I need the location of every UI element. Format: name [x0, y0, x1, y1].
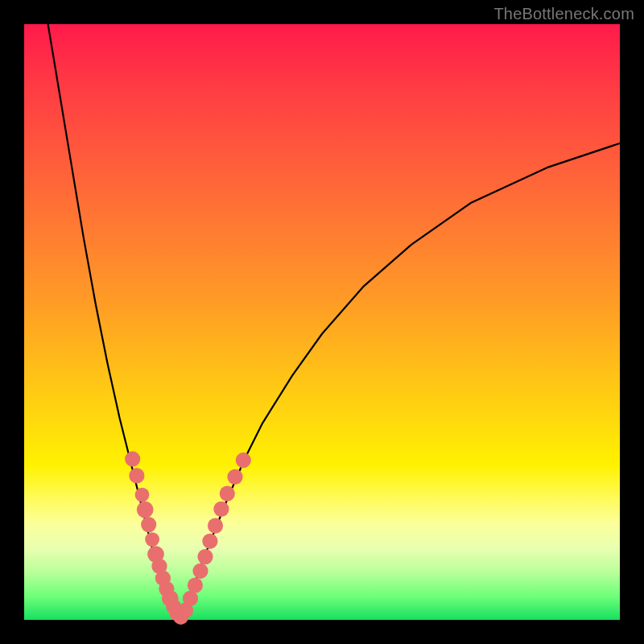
curve-right — [179, 143, 620, 620]
curve-left — [48, 24, 180, 620]
chart-dots — [125, 452, 251, 625]
data-dot — [197, 549, 213, 564]
data-dot — [135, 488, 150, 502]
watermark-text: TheBottleneck.com — [493, 5, 634, 23]
data-dot — [236, 452, 251, 468]
data-dot — [220, 486, 235, 502]
chart-plot-area — [24, 24, 620, 620]
data-dot — [192, 564, 208, 579]
data-dot — [145, 532, 159, 547]
data-dot — [141, 517, 156, 532]
chart-frame: TheBottleneck.com — [0, 0, 644, 644]
data-dot — [125, 452, 140, 467]
chart-svg — [24, 24, 620, 620]
data-dot — [188, 578, 203, 593]
data-dot — [227, 469, 242, 485]
data-dot — [208, 518, 223, 534]
data-dot — [183, 591, 198, 606]
data-dot — [202, 534, 217, 549]
data-dot — [129, 468, 144, 483]
data-dot — [137, 502, 154, 518]
data-dot — [213, 502, 229, 517]
